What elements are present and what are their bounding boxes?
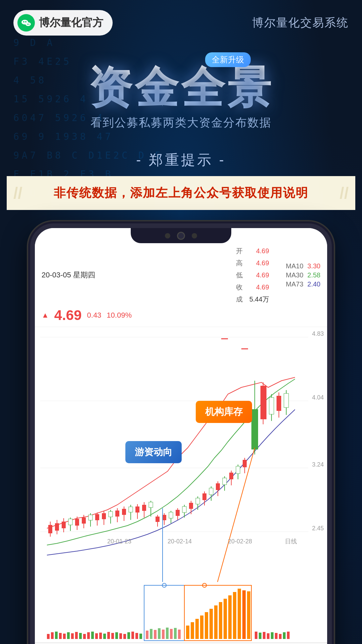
svg-rect-21 bbox=[82, 518, 86, 524]
svg-rect-37 bbox=[135, 506, 139, 513]
volume-area bbox=[35, 582, 327, 642]
stock-change-amount: 0.43 bbox=[87, 311, 102, 320]
low-label: 低 bbox=[236, 271, 243, 279]
svg-rect-114 bbox=[127, 632, 130, 639]
ma30-val: 2.58 bbox=[307, 271, 320, 279]
phone-screen: 20-03-05 星期四 开 高 低 收 成 4.69 4.69 4.69 bbox=[35, 228, 327, 644]
y-label-245: 2.45 bbox=[312, 525, 324, 532]
low-val: 4.69 bbox=[256, 271, 269, 279]
svg-rect-19 bbox=[75, 519, 79, 526]
svg-rect-61 bbox=[216, 483, 220, 490]
phone-mockup: 20-03-05 星期四 开 高 低 收 成 4.69 4.69 4.69 bbox=[30, 223, 332, 644]
svg-rect-141 bbox=[255, 632, 257, 639]
svg-rect-55 bbox=[196, 498, 200, 504]
svg-point-3 bbox=[25, 22, 31, 26]
header: 博尔量化官方 博尔量化交易系统 bbox=[0, 0, 362, 46]
svg-rect-69 bbox=[243, 460, 247, 467]
y-label-324: 3.24 bbox=[312, 461, 324, 468]
svg-rect-75 bbox=[269, 397, 274, 414]
ohlc-values: 4.69 4.69 4.69 4.69 5.44万 bbox=[249, 245, 269, 305]
svg-rect-99 bbox=[67, 632, 70, 639]
svg-rect-130 bbox=[200, 615, 203, 639]
ohlc-labels: 开 高 低 收 成 bbox=[236, 245, 243, 305]
notice-bar: 非传统数据，添加左上角公众号获取使用说明 bbox=[7, 176, 355, 210]
close-val: 4.69 bbox=[256, 283, 269, 291]
svg-rect-51 bbox=[182, 506, 186, 513]
svg-rect-143 bbox=[263, 632, 265, 639]
phone-notch bbox=[131, 228, 231, 243]
high-label: 高 bbox=[236, 259, 243, 267]
svg-text:日线: 日线 bbox=[285, 538, 297, 545]
volume-svg bbox=[35, 582, 327, 642]
notch-dot-left bbox=[165, 233, 170, 238]
svg-rect-95 bbox=[51, 632, 54, 639]
svg-rect-43 bbox=[156, 517, 160, 522]
new-badge: 全新升级 bbox=[205, 52, 251, 67]
svg-rect-102 bbox=[79, 633, 82, 639]
wechat-badge[interactable]: 博尔量化官方 bbox=[13, 10, 113, 36]
notch-dot-right bbox=[192, 233, 197, 238]
svg-rect-31 bbox=[115, 511, 119, 517]
svg-rect-119 bbox=[150, 629, 153, 639]
svg-rect-123 bbox=[166, 628, 169, 639]
ma73-row: MA73 2.40 bbox=[286, 280, 320, 288]
notice-section: - 郑重提示 - 非传统数据，添加左上角公众号获取使用说明 bbox=[0, 151, 362, 210]
svg-rect-139 bbox=[242, 590, 246, 639]
svg-rect-109 bbox=[107, 632, 110, 639]
svg-rect-35 bbox=[129, 507, 133, 512]
phone-container: 20-03-05 星期四 开 高 低 收 成 4.69 4.69 4.69 bbox=[0, 223, 362, 644]
svg-rect-25 bbox=[95, 514, 99, 520]
svg-rect-57 bbox=[202, 493, 206, 500]
notice-text: 非传统数据，添加左上角公众号获取使用说明 bbox=[54, 185, 308, 201]
stock-price: 4.69 bbox=[54, 307, 82, 323]
svg-rect-98 bbox=[63, 634, 66, 639]
annotation-youzi: 游资动向 bbox=[125, 441, 182, 463]
svg-rect-67 bbox=[236, 466, 240, 474]
ma10-label: MA10 bbox=[286, 262, 303, 270]
chart-area: 4.83 4.04 3.24 2.45 bbox=[35, 327, 327, 582]
y-label-483: 4.83 bbox=[312, 330, 324, 337]
svg-rect-92 bbox=[184, 585, 251, 641]
svg-rect-117 bbox=[139, 634, 142, 639]
svg-rect-17 bbox=[68, 519, 72, 525]
svg-rect-33 bbox=[122, 509, 126, 515]
svg-point-5 bbox=[28, 24, 29, 25]
bottom-nav: 📊 行情 📈 分时 📉 周期 💹 数据 ⭐ 自选 bbox=[35, 642, 327, 644]
svg-rect-118 bbox=[146, 631, 148, 639]
svg-rect-147 bbox=[279, 634, 282, 639]
svg-rect-101 bbox=[75, 632, 78, 639]
svg-rect-124 bbox=[170, 629, 173, 639]
svg-rect-129 bbox=[195, 619, 199, 639]
wechat-icon bbox=[17, 14, 35, 32]
svg-rect-59 bbox=[209, 488, 213, 495]
open-label: 开 bbox=[236, 247, 243, 255]
svg-rect-148 bbox=[283, 632, 286, 639]
svg-rect-145 bbox=[271, 632, 274, 639]
svg-rect-94 bbox=[47, 634, 50, 639]
svg-rect-71 bbox=[251, 409, 258, 449]
svg-rect-142 bbox=[259, 633, 261, 639]
svg-rect-110 bbox=[111, 633, 114, 639]
ma30-row: MA30 2.58 bbox=[286, 271, 320, 279]
svg-rect-27 bbox=[102, 513, 106, 519]
ma73-label: MA73 bbox=[286, 280, 303, 288]
hero-title: 资金全景 bbox=[88, 64, 274, 112]
svg-rect-73 bbox=[260, 386, 266, 419]
annotation-jigou: 机构库存 bbox=[196, 401, 252, 423]
svg-rect-121 bbox=[158, 628, 161, 639]
high-val: 4.69 bbox=[256, 259, 269, 267]
svg-rect-49 bbox=[176, 510, 180, 516]
svg-rect-112 bbox=[119, 633, 122, 639]
svg-rect-79 bbox=[284, 393, 289, 408]
system-title: 博尔量化交易系统 bbox=[252, 15, 349, 31]
svg-rect-13 bbox=[55, 523, 59, 531]
svg-rect-47 bbox=[169, 512, 173, 518]
svg-text:20-02-14: 20-02-14 bbox=[168, 538, 192, 545]
svg-rect-116 bbox=[135, 633, 138, 639]
svg-rect-11 bbox=[48, 525, 52, 533]
ma73-val: 2.40 bbox=[307, 280, 320, 288]
stock-date: 20-03-05 星期四 bbox=[42, 270, 95, 280]
svg-rect-126 bbox=[178, 630, 181, 639]
ma-section: MA10 3.30 MA30 2.58 MA73 2.40 bbox=[286, 262, 320, 288]
svg-point-2 bbox=[25, 21, 26, 22]
